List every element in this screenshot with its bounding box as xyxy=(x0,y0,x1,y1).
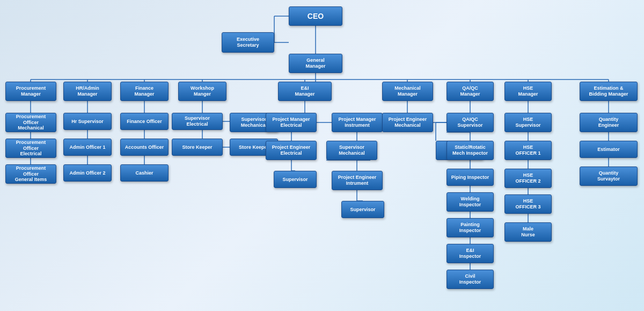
node-pm_elec: Project ManagerElectrical xyxy=(266,113,317,132)
node-workshop_mgr: WorkshopManger xyxy=(178,82,226,101)
node-static_rot: Static/RotaticMech Inspector xyxy=(447,141,494,160)
node-pe_elec: Project EngineerElectrical xyxy=(266,141,317,160)
node-qaqc_mgr: QA/QCManager xyxy=(447,82,494,101)
node-hse_mgr: HSEManager xyxy=(504,82,552,101)
node-hse_sup: HSESupervisor xyxy=(504,113,552,132)
node-qaiqc_sup: QAIQCSupervisor xyxy=(447,113,494,132)
node-gen_mgr: GeneralManager xyxy=(289,54,342,73)
node-sup_mech_inst: SupervisorMechanical xyxy=(326,141,377,160)
node-acc_off: Accounts Officer xyxy=(120,139,169,156)
node-fin_off: Finance Officer xyxy=(120,113,169,130)
node-est_mgr: Estimation &Bidding Manager xyxy=(580,82,638,101)
node-hse_off3: HSEOFFICER 3 xyxy=(504,194,552,214)
node-sup_inst: Supervisor xyxy=(341,201,384,218)
node-paint_insp: PaintingInspector xyxy=(447,218,494,237)
org-chart: CEOExecutiveSecretaryGeneralManagerProcu… xyxy=(0,0,644,311)
node-proc_gen: Procurement OfficerGeneral Items xyxy=(5,164,56,184)
node-proc_mech: Procurement OfficerMechanical xyxy=(5,113,56,132)
node-sup_elec: Supervisor Electrical xyxy=(172,113,223,130)
node-store_keeper1: Store Keeper xyxy=(172,139,223,156)
node-admin_off2: Admin Officer 2 xyxy=(63,164,112,182)
node-sup_ei: Supervisor xyxy=(274,171,317,188)
node-estimator: Estimator xyxy=(580,141,638,158)
node-male_nurse: MaleNurse xyxy=(504,222,552,242)
node-fin_mgr: FinanceManager xyxy=(120,82,169,101)
node-proc_elec: Procurement OfficerElectrical xyxy=(5,139,56,158)
node-cashier: Cashier xyxy=(120,164,169,182)
node-admin_off1: Admin Officer 1 xyxy=(63,139,112,156)
node-weld_insp: WeldingInspector xyxy=(447,192,494,212)
node-ei_insp: E&IInspector xyxy=(447,244,494,263)
node-ceo: CEO xyxy=(289,6,342,26)
node-pe_inst: Project EngineerIntrument xyxy=(332,171,383,190)
node-hse_off2: HSEOFFICER 2 xyxy=(504,169,552,188)
node-pip_insp: Piping Inspector xyxy=(447,169,494,186)
node-hr_mgr: HR/AdminManager xyxy=(63,82,112,101)
node-qty_surv: QuantitySurvaytor xyxy=(580,167,638,186)
node-exec_sec: ExecutiveSecretary xyxy=(222,32,274,53)
node-mech_mgr: MechanicalManager xyxy=(382,82,433,101)
node-civil_insp: CivilInspector xyxy=(447,270,494,289)
node-ei_mgr: E&IManager xyxy=(278,82,332,101)
node-qty_eng: QuantityEngineer xyxy=(580,113,638,132)
node-pm_inst: Project ManagerInstrument xyxy=(332,113,383,132)
node-proc_mgr: ProcurementManager xyxy=(5,82,56,101)
node-pe_mech: Project EngineerMechanical xyxy=(382,113,433,132)
node-hse_off1: HSEOFFICER 1 xyxy=(504,141,552,160)
node-hr_sup: Hr Supervisor xyxy=(63,113,112,130)
